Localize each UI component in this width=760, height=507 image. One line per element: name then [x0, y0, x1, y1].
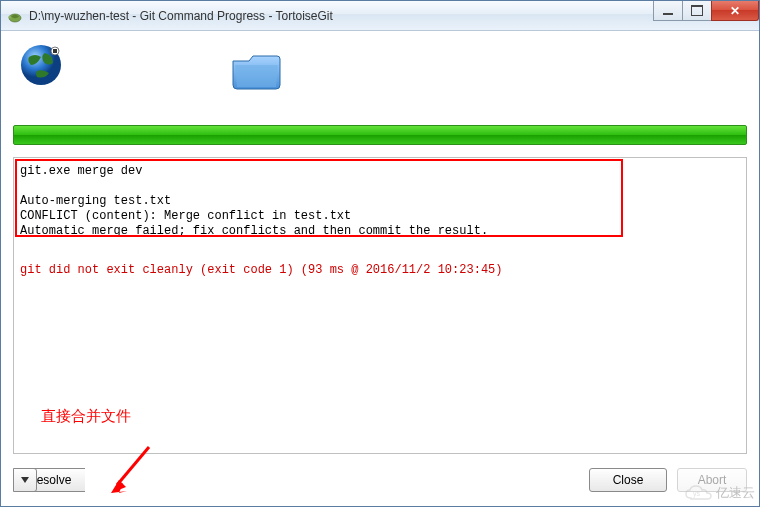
output-line: Automatic merge failed; fix conflicts an…: [20, 224, 488, 238]
folder-icon: [231, 53, 281, 91]
tortoise-icon: [7, 8, 23, 24]
svg-point-1: [8, 15, 11, 18]
svg-rect-4: [53, 49, 57, 53]
window-close-button[interactable]: [711, 1, 759, 21]
window-title: D:\my-wuzhen-test - Git Command Progress…: [29, 9, 759, 23]
button-row: Resolve Close Abort: [13, 468, 747, 494]
progress-bar: [13, 125, 747, 145]
annotation-text: 直接合并文件: [41, 407, 131, 426]
maximize-button[interactable]: [682, 1, 712, 21]
abort-button: Abort: [677, 468, 747, 492]
close-button[interactable]: Close: [589, 468, 667, 492]
error-line: git did not exit cleanly (exit code 1) (…: [20, 263, 740, 278]
dialog-window: D:\my-wuzhen-test - Git Command Progress…: [0, 0, 760, 507]
output-line: CONFLICT (content): Merge conflict in te…: [20, 209, 351, 223]
icon-bar: [9, 37, 751, 117]
output-line: git.exe merge dev: [20, 164, 142, 178]
chevron-down-icon: [21, 477, 29, 483]
window-controls: [654, 1, 759, 21]
titlebar: D:\my-wuzhen-test - Git Command Progress…: [1, 1, 759, 31]
globe-icon: [19, 43, 63, 87]
minimize-button[interactable]: [653, 1, 683, 21]
client-area: git.exe merge dev Auto-merging test.txt …: [9, 37, 751, 498]
output-line: Auto-merging test.txt: [20, 194, 171, 208]
resolve-dropdown-button[interactable]: [13, 468, 37, 492]
